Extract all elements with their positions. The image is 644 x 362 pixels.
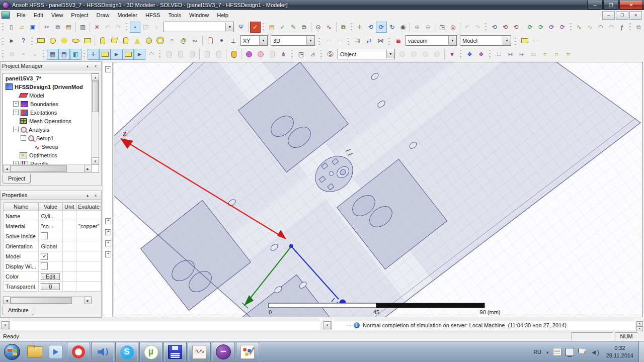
bool-subtract-button[interactable] [175, 49, 186, 60]
menu-item-view[interactable]: View [47, 11, 67, 19]
validation-check-button[interactable]: ✓ [250, 22, 261, 33]
measure-area-button[interactable]: ∻ [516, 49, 528, 60]
start-button[interactable] [0, 342, 24, 362]
cut-button[interactable]: ✂ [42, 22, 52, 33]
viewport-canvas[interactable]: Z 0 45 90 (mm) [114, 62, 642, 317]
select-tool-1-button[interactable] [396, 49, 408, 60]
new-material-box-button[interactable] [519, 35, 530, 46]
toolbar-drag-handle[interactable] [2, 49, 5, 59]
scroll-up-arrow[interactable]: ▲ [92, 73, 99, 81]
history-expand-box[interactable]: + [105, 229, 111, 235]
save-button[interactable]: ▣ [27, 22, 38, 33]
pm-close-button[interactable]: x [92, 62, 100, 69]
modeler-viewport[interactable]: Z 0 45 90 (mm) [114, 62, 643, 317]
whats-this-help-button[interactable]: ? [18, 35, 29, 46]
menu-item-modeler[interactable]: Modeler [113, 11, 141, 19]
signature-app[interactable]: ∿∿ [188, 342, 211, 362]
scroll-right-arrow[interactable]: ▶ [84, 297, 92, 304]
history-snapshot-button[interactable]: ⟲ [489, 22, 500, 33]
minimize-button[interactable]: ─ [587, 1, 603, 10]
clock[interactable]: 0:32 28.11.2014 [601, 344, 638, 359]
properties-collapse-button[interactable]: ▴ [84, 192, 92, 199]
toolbar-drag-handle[interactable] [2, 22, 5, 32]
draw-spline-3pt-button[interactable]: ∿ [585, 22, 595, 33]
create-report-button[interactable]: ∿ [324, 22, 334, 33]
tray-network-icon[interactable] [566, 348, 574, 356]
message-spinner[interactable]: ▲▼ [636, 321, 643, 329]
menu-item-window[interactable]: Window [185, 11, 213, 19]
property-value-material[interactable]: "co... [39, 221, 62, 231]
animate-export-button[interactable]: ⟳ [536, 22, 546, 33]
arc-snap-mode-button[interactable]: ◠ [145, 49, 157, 60]
animate-stop-button[interactable]: ⟳ [557, 22, 568, 33]
validate-button[interactable]: ✓ [277, 22, 288, 33]
show-desktop-button[interactable] [638, 341, 644, 362]
rotate-model-center-button[interactable]: ⟲ [365, 22, 376, 33]
delete-button[interactable]: ✕ [92, 22, 102, 33]
history-expand-box[interactable]: + [105, 240, 111, 246]
volume-mixer-app[interactable] [91, 342, 114, 362]
property-value-model[interactable]: ✓ [39, 251, 62, 261]
history-clear-button[interactable]: ⟲ [500, 22, 510, 33]
draw-plane-button[interactable]: ⊥ [227, 35, 239, 46]
language-indicator[interactable]: RU [530, 349, 544, 355]
draw-user-defined-button[interactable] [204, 35, 216, 46]
chevron-down-icon[interactable]: ▼ [386, 50, 394, 58]
properties-hscrollbar[interactable]: ◀ ▶ [3, 296, 92, 304]
material-combo-combobox[interactable]: vacuum▼ [406, 35, 457, 46]
history-delete-button[interactable]: ⟲ [511, 22, 521, 33]
tray-action-center-icon[interactable]: ✕ [578, 348, 587, 355]
edit-notes-button[interactable]: ▤ [267, 22, 277, 33]
transparent-button[interactable]: 0 [41, 283, 60, 290]
scroll-thumb[interactable] [11, 165, 67, 172]
expand-icon[interactable]: + [13, 110, 19, 115]
property-value-orientation[interactable]: Global [39, 241, 62, 251]
close-button[interactable]: ✕ [619, 1, 643, 10]
property-value-color[interactable]: Edit [39, 272, 62, 282]
tree-item-boundaries[interactable]: +Boundaries [4, 100, 91, 108]
measure-ruler-button[interactable]: ▤ [58, 49, 70, 60]
toolbar-drag-handle[interactable] [460, 49, 462, 59]
open-file-button[interactable]: ▱ [17, 22, 27, 33]
properties-close-button[interactable]: x [92, 192, 100, 199]
tree-item-analysis[interactable]: -Analysis [4, 125, 91, 134]
draw-region-button[interactable] [82, 35, 93, 46]
analyze-all-button[interactable]: ✎ [288, 22, 298, 33]
toolbar-drag-handle[interactable] [629, 22, 632, 32]
toolbar-drag-handle[interactable] [263, 22, 265, 32]
sheet-tool-2-button[interactable]: ▭ [334, 35, 346, 46]
animate-settings-button[interactable]: ⟳ [546, 22, 557, 33]
ansoft-hfss-app[interactable]: ∽ [212, 342, 235, 362]
toolbar-drag-handle[interactable] [318, 36, 321, 46]
tree-item-panel15v3-7[interactable]: panel15V3_7* [4, 74, 91, 82]
copy-button[interactable]: ⧉ [52, 22, 63, 33]
select-object-mode-button[interactable]: ▪ [130, 22, 140, 33]
property-value-solve-inside[interactable] [39, 231, 62, 241]
relative-cs-button[interactable]: ⌗ [562, 49, 574, 60]
tree-item-setup1[interactable]: -Setup1 [4, 134, 91, 142]
animate-play-button[interactable]: ⟳ [525, 22, 535, 33]
backup-tool[interactable] [164, 342, 187, 362]
solution-data-button[interactable]: ⊙ [313, 22, 324, 33]
fit-all-button[interactable]: ◎ [447, 22, 458, 33]
child-close-button[interactable]: ✕ [629, 11, 642, 20]
draw-sphere-button[interactable] [143, 35, 154, 46]
view-redo-button[interactable]: ↷ [472, 22, 483, 33]
toolbar-drag-handle[interactable] [126, 22, 128, 32]
tree-item-excitations[interactable]: +Excitations [4, 108, 91, 117]
chevron-down-icon[interactable]: ▼ [259, 36, 267, 45]
split-pink-button[interactable] [255, 49, 266, 60]
message-dock-close-button[interactable]: x [324, 321, 331, 329]
draw-cone-button[interactable] [131, 35, 143, 46]
child-minimize-button[interactable]: ─ [602, 11, 615, 20]
tree-item-optimetrics[interactable]: Optimetrics [4, 151, 91, 159]
object-cs-button[interactable]: ⌗ [551, 49, 562, 60]
coordinate-plane-combo-combobox[interactable]: XY▼ [240, 35, 268, 46]
windows-explorer[interactable] [25, 342, 45, 361]
new-file-button[interactable]: ▯ [6, 22, 17, 33]
scroll-left-arrow[interactable]: ◀ [3, 165, 11, 172]
tray-updates-icon[interactable] [553, 348, 561, 356]
history-expand-box[interactable]: + [105, 251, 111, 257]
group-tool-2-button[interactable]: ◓ [18, 49, 29, 60]
toolbar-drag-handle[interactable] [348, 36, 350, 46]
